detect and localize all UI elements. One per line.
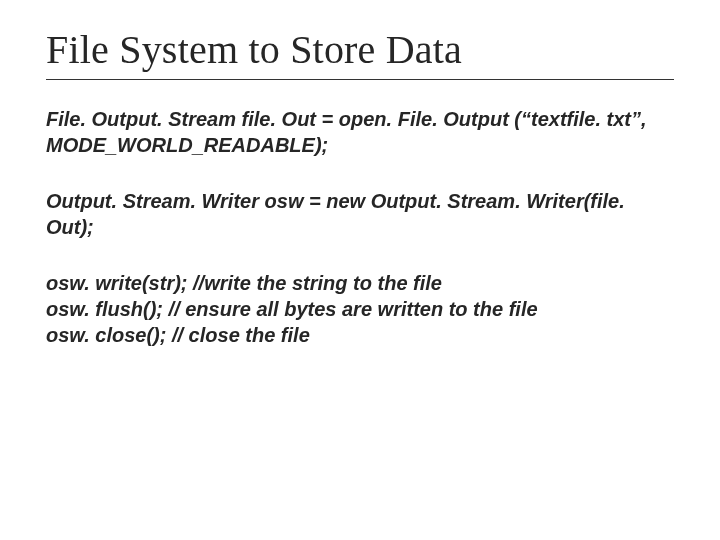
code-line-3: osw. write(str); //write the string to t… (46, 270, 674, 348)
title-underline (46, 79, 674, 80)
slide-body: File. Output. Stream file. Out = open. F… (46, 106, 674, 348)
slide: File System to Store Data File. Output. … (0, 0, 720, 540)
slide-title: File System to Store Data (46, 26, 674, 73)
code-line-1: File. Output. Stream file. Out = open. F… (46, 106, 674, 158)
code-line-2: Output. Stream. Writer osw = new Output.… (46, 188, 674, 240)
